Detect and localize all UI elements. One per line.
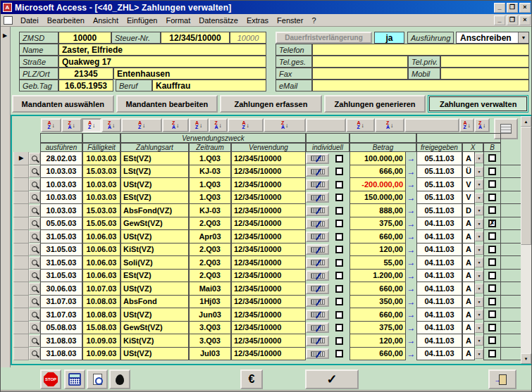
cell-ausfuehren[interactable]: 05.08.03 (40, 322, 82, 335)
cell-verwendung[interactable]: 12/345/10000 (231, 256, 306, 270)
individuell-checkbox[interactable] (335, 324, 343, 331)
cell-faelligkeit[interactable]: 10.08.03 (82, 308, 120, 322)
beruf-field[interactable]: Kauffrau (152, 80, 266, 91)
x-dropdown-icon[interactable]: ▼ (475, 245, 483, 255)
cell-verwendung[interactable]: 12/345/10000 (231, 217, 306, 231)
record-selector[interactable] (13, 191, 29, 205)
cell-x[interactable]: A (462, 244, 475, 257)
exit-button[interactable] (488, 369, 516, 389)
magnifier-icon[interactable] (29, 296, 40, 308)
cell-faelligkeit[interactable]: 10.06.03 (82, 244, 120, 257)
x-dropdown-icon[interactable]: ▼ (475, 219, 483, 229)
cell-verwendung[interactable]: 12/345/10000 (231, 296, 306, 309)
cell-verwendung[interactable]: 12/345/10000 (231, 230, 306, 244)
individuell-checkbox[interactable] (335, 285, 343, 293)
cell-ausfuehren[interactable]: 31.08.03 (40, 348, 82, 361)
magnifier-icon[interactable] (29, 231, 40, 243)
cell-x[interactable]: A (462, 270, 475, 283)
b-checkbox[interactable] (488, 167, 496, 175)
cell-zahlungsart[interactable]: USt(VZ) (120, 348, 189, 361)
individuell-button[interactable] (306, 179, 329, 190)
cell-freigegeben[interactable]: 04.11.03 (416, 244, 462, 257)
record-selector[interactable] (13, 282, 29, 296)
dauerfrist-button[interactable]: Dauerfristverlängerung (276, 32, 372, 44)
individuell-button[interactable] (306, 322, 329, 333)
cell-faelligkeit[interactable]: 10.07.03 (82, 282, 120, 296)
cell-zeitraum[interactable]: 1.Q03 (189, 178, 231, 191)
x-dropdown-icon[interactable]: ▼ (475, 232, 483, 241)
cell-faelligkeit[interactable]: 10.03.03 (82, 191, 120, 205)
cell-x[interactable]: A (462, 296, 475, 309)
b-checkbox[interactable] (488, 350, 496, 358)
x-dropdown-icon[interactable]: ▼ (475, 258, 483, 267)
cell-freigegeben[interactable]: 05.11.03 (416, 204, 462, 217)
cell-freigegeben[interactable]: 04.11.03 (416, 322, 462, 335)
menu-extras[interactable]: Extras (242, 15, 273, 25)
cell-ausfuehren[interactable]: 31.05.03 (40, 230, 82, 244)
cell-verwendung[interactable]: 12/345/10000 (231, 244, 306, 257)
cell-zahlungsart[interactable]: AbsFond(VZ) (120, 204, 189, 217)
magnifier-icon[interactable] (29, 179, 40, 191)
sort-desc-faelligkeit-button[interactable]: ZA↓ (101, 118, 121, 132)
record-selector[interactable]: ▶ (13, 152, 29, 165)
sort-desc-x-button[interactable]: ZA↓ (474, 118, 490, 132)
record-selector[interactable] (13, 308, 29, 322)
sort-desc-ausfuehren-button[interactable]: ZA↓ (61, 118, 82, 132)
cell-betrag[interactable]: 150.000,00 (349, 191, 406, 205)
b-checkbox[interactable] (488, 194, 496, 201)
scroll-up-icon[interactable]: ▲ (521, 116, 531, 127)
b-checkbox[interactable] (488, 246, 496, 253)
magnifier-icon[interactable] (29, 348, 40, 360)
cell-faelligkeit[interactable]: 15.03.03 (82, 165, 120, 179)
cell-x[interactable]: D (462, 204, 475, 217)
steuernr-field[interactable]: 12/345/10000 (161, 32, 230, 44)
individuell-checkbox[interactable] (335, 155, 343, 163)
x-dropdown-icon[interactable]: ▼ (475, 153, 483, 163)
magnifier-icon[interactable] (29, 244, 40, 255)
cell-betrag[interactable]: 660,00 (349, 308, 406, 322)
record-selector[interactable] (13, 334, 29, 348)
tab-mandanten-bearbeiten[interactable]: Mandanten bearbeiten (116, 95, 218, 113)
cell-freigegeben[interactable]: 05.11.03 (416, 152, 462, 165)
plz-field[interactable]: 21345 (58, 68, 113, 80)
cell-ausfuehren[interactable]: 31.05.03 (40, 256, 82, 270)
cell-zeitraum[interactable]: Jul03 (189, 348, 231, 361)
cell-zeitraum[interactable]: 2.Q03 (189, 244, 231, 257)
blank-button-freigegeben[interactable] (404, 118, 459, 132)
cell-x[interactable]: V (462, 191, 475, 205)
child-window-icon[interactable] (4, 16, 13, 25)
b-checkbox[interactable] (488, 284, 496, 292)
individuell-button[interactable] (306, 166, 329, 177)
cell-ausfuehren[interactable]: 31.07.03 (40, 308, 82, 322)
cell-ausfuehren[interactable]: 31.08.03 (40, 334, 82, 348)
cell-zeitraum[interactable]: KJ-03 (189, 165, 231, 179)
cell-freigegeben[interactable]: 04.11.03 (416, 334, 462, 348)
cell-x[interactable]: A (462, 308, 475, 322)
x-dropdown-icon[interactable]: ▼ (475, 271, 483, 281)
cell-faelligkeit[interactable]: 10.03.03 (82, 178, 120, 191)
individuell-checkbox[interactable] (335, 259, 343, 267)
strasse-field[interactable]: Quakweg 17 (58, 56, 266, 68)
cell-ausfuehren[interactable]: 28.02.03 (40, 152, 82, 165)
magnifier-icon[interactable] (29, 257, 40, 269)
confirm-button[interactable]: ✓ (305, 369, 359, 389)
record-selector[interactable] (13, 322, 29, 335)
magnifier-icon[interactable] (29, 165, 40, 177)
form-record-selector[interactable]: ▶ (1, 27, 11, 367)
individuell-checkbox[interactable] (335, 207, 343, 215)
cell-betrag[interactable]: 55,00 (349, 256, 406, 270)
cell-verwendung[interactable]: 12/345/10000 (231, 165, 306, 179)
cell-x[interactable]: A (462, 348, 475, 361)
tab-zahlungen-erfassen[interactable]: Zahlungen erfassen (220, 95, 322, 113)
cell-betrag[interactable]: 375,00 (349, 217, 406, 231)
b-checkbox[interactable]: ✗ (488, 220, 496, 227)
sort-asc-zahlungsart-button[interactable]: AZ↓ (121, 118, 162, 132)
cell-ausfuehren[interactable]: 30.06.03 (40, 282, 82, 296)
cell-x[interactable]: Ü (462, 165, 475, 179)
magnifier-icon[interactable] (29, 335, 40, 347)
cell-ausfuehren[interactable]: 05.05.03 (40, 217, 82, 231)
individuell-button[interactable] (306, 232, 329, 242)
sort-asc-ausfuehren-button[interactable]: AZ↓ (41, 118, 61, 132)
cell-faelligkeit[interactable]: 10.09.03 (82, 348, 120, 361)
cell-freigegeben[interactable]: 04.11.03 (416, 217, 462, 231)
